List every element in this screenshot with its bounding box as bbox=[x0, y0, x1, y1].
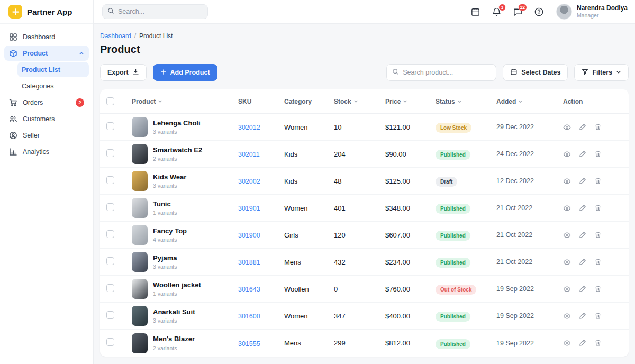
page-title: Product bbox=[100, 43, 629, 56]
sidebar-item-customers[interactable]: Customers bbox=[4, 111, 89, 126]
sidebar-item-product-list[interactable]: Product List bbox=[17, 62, 89, 77]
sidebar-item-product[interactable]: Product bbox=[4, 46, 89, 61]
column-header-status[interactable]: Status bbox=[436, 98, 496, 105]
edit-icon[interactable] bbox=[579, 258, 586, 266]
calendar-icon[interactable] bbox=[470, 7, 480, 17]
row-checkbox[interactable] bbox=[106, 284, 114, 292]
view-icon[interactable] bbox=[563, 177, 571, 185]
delete-icon[interactable] bbox=[594, 150, 602, 158]
product-thumbnail bbox=[132, 144, 148, 164]
product-thumbnail bbox=[132, 306, 148, 326]
delete-icon[interactable] bbox=[594, 123, 602, 131]
product-search[interactable] bbox=[386, 64, 496, 81]
messages-icon[interactable]: 12 bbox=[513, 7, 523, 17]
column-header-sku[interactable]: SKU bbox=[238, 98, 284, 105]
delete-icon[interactable] bbox=[594, 231, 602, 239]
sku-link[interactable]: 301901 bbox=[238, 205, 260, 212]
sidebar-item-orders[interactable]: Orders 2 bbox=[4, 95, 89, 110]
row-checkbox[interactable] bbox=[106, 203, 114, 211]
notification-count-badge: 3 bbox=[498, 4, 506, 11]
product-variants: 1 variants bbox=[153, 290, 201, 297]
delete-icon[interactable] bbox=[594, 177, 602, 185]
edit-icon[interactable] bbox=[579, 150, 586, 158]
edit-icon[interactable] bbox=[579, 231, 586, 239]
sku-link[interactable]: 301555 bbox=[238, 340, 260, 348]
breadcrumb-dashboard-link[interactable]: Dashboard bbox=[100, 32, 131, 40]
view-icon[interactable] bbox=[563, 231, 571, 239]
bell-icon[interactable]: 3 bbox=[492, 7, 502, 17]
help-icon[interactable] bbox=[534, 7, 544, 17]
table-body: Lehenga Choli 3 variants 302012 Women 10… bbox=[100, 114, 629, 357]
sidebar-item-analytics[interactable]: Analytics bbox=[4, 144, 89, 159]
view-icon[interactable] bbox=[563, 339, 571, 347]
sidebar-item-categories[interactable]: Categories bbox=[17, 78, 89, 94]
edit-icon[interactable] bbox=[579, 339, 586, 347]
price-cell: $400.00 bbox=[385, 312, 436, 320]
category-cell: Woollen bbox=[284, 285, 334, 293]
view-icon[interactable] bbox=[563, 150, 571, 158]
delete-icon[interactable] bbox=[594, 204, 602, 212]
price-cell: $125.00 bbox=[385, 177, 436, 185]
sku-link[interactable]: 301900 bbox=[238, 232, 260, 239]
view-icon[interactable] bbox=[563, 312, 571, 320]
edit-icon[interactable] bbox=[579, 285, 586, 293]
add-product-button[interactable]: Add Product bbox=[153, 64, 217, 81]
column-header-stock[interactable]: Stock bbox=[334, 98, 385, 105]
bar-chart-icon bbox=[9, 148, 17, 156]
row-checkbox[interactable] bbox=[106, 176, 114, 184]
stock-cell: 204 bbox=[334, 150, 385, 158]
delete-icon[interactable] bbox=[594, 285, 602, 293]
edit-icon[interactable] bbox=[579, 177, 586, 185]
product-search-input[interactable] bbox=[403, 69, 487, 76]
status-badge: Out of Stock bbox=[436, 285, 476, 295]
sidebar-item-seller[interactable]: Seller bbox=[4, 128, 89, 143]
sku-link[interactable]: 301643 bbox=[238, 286, 260, 293]
row-checkbox[interactable] bbox=[106, 122, 114, 130]
select-all-checkbox[interactable] bbox=[106, 97, 114, 105]
edit-icon[interactable] bbox=[579, 123, 586, 131]
global-search[interactable] bbox=[102, 4, 208, 19]
delete-icon[interactable] bbox=[594, 339, 602, 347]
delete-icon[interactable] bbox=[594, 258, 602, 266]
product-name: Kids Wear bbox=[153, 173, 186, 181]
status-badge: Draft bbox=[436, 177, 457, 187]
column-header-category[interactable]: Category bbox=[284, 98, 334, 105]
sidebar-item-label: Dashboard bbox=[23, 33, 55, 41]
view-icon[interactable] bbox=[563, 258, 571, 266]
sku-link[interactable]: 301600 bbox=[238, 313, 260, 320]
sku-link[interactable]: 302012 bbox=[238, 124, 260, 131]
sidebar-item-dashboard[interactable]: Dashboard bbox=[4, 29, 89, 44]
row-checkbox[interactable] bbox=[106, 149, 114, 157]
delete-icon[interactable] bbox=[594, 312, 602, 320]
view-icon[interactable] bbox=[563, 285, 571, 293]
filters-button[interactable]: Filters bbox=[574, 64, 629, 81]
view-icon[interactable] bbox=[563, 123, 571, 131]
user-name: Narendra Dodiya bbox=[577, 4, 628, 12]
row-checkbox[interactable] bbox=[106, 311, 114, 319]
sku-link[interactable]: 302002 bbox=[238, 178, 260, 185]
product-name: Fancy Top bbox=[153, 227, 187, 235]
sku-link[interactable]: 301881 bbox=[238, 259, 260, 266]
column-header-product[interactable]: Product bbox=[125, 98, 238, 105]
status-badge: Published bbox=[436, 258, 470, 268]
row-checkbox[interactable] bbox=[106, 257, 114, 265]
user-menu[interactable]: Narendra Dodiya Manager bbox=[556, 4, 628, 20]
column-header-action: Action bbox=[563, 98, 629, 105]
added-cell: 19 Sep 2022 bbox=[496, 285, 563, 293]
status-badge: Published bbox=[436, 150, 470, 160]
view-icon[interactable] bbox=[563, 204, 571, 212]
product-name: Lehenga Choli bbox=[153, 119, 201, 128]
edit-icon[interactable] bbox=[579, 312, 586, 320]
row-checkbox[interactable] bbox=[106, 230, 114, 238]
global-search-input[interactable] bbox=[118, 8, 197, 15]
edit-icon[interactable] bbox=[579, 204, 586, 212]
sku-link[interactable]: 302011 bbox=[238, 151, 260, 158]
column-header-added[interactable]: Added bbox=[496, 98, 563, 105]
chevron-down-icon bbox=[616, 69, 621, 76]
column-header-price[interactable]: Price bbox=[385, 98, 436, 105]
select-dates-button[interactable]: Select Dates bbox=[503, 64, 568, 81]
product-table: Product SKU Category Stock Price Status … bbox=[100, 89, 629, 357]
row-checkbox[interactable] bbox=[106, 338, 114, 346]
chevron-down-icon bbox=[403, 99, 407, 104]
export-button[interactable]: Export bbox=[100, 64, 147, 81]
